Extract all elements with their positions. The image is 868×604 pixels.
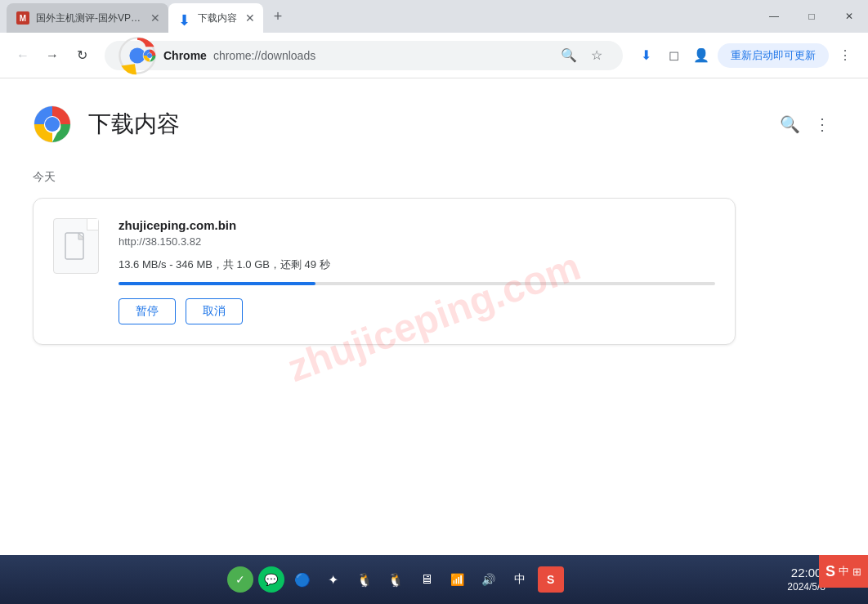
tab-2-label: 下载内容: [198, 11, 237, 25]
taskbar-icons: ✓ 💬 🔵 ✦ 🐧 🐧 🖥 📶 🔊 中 S: [10, 566, 781, 593]
download-url: http://38.150.3.82: [119, 235, 715, 248]
taskbar-penguin1-icon[interactable]: 🐧: [351, 566, 378, 593]
svg-text:M: M: [20, 14, 26, 23]
taskbar-lang-icon[interactable]: 中: [507, 566, 533, 593]
pause-button[interactable]: 暂停: [119, 298, 176, 324]
minimize-button[interactable]: —: [755, 0, 793, 33]
maximize-button[interactable]: □: [793, 0, 830, 33]
more-menu-icon[interactable]: ⋮: [832, 43, 858, 69]
progress-bar-fill: [119, 282, 315, 285]
taskbar-bluetooth-icon[interactable]: 🔵: [289, 566, 315, 593]
chrome-big-icon: [33, 105, 72, 144]
taskbar: S 中 ⊞ ✓ 💬 🔵 ✦ 🐧 🐧 🖥 📶 🔊: [0, 555, 868, 604]
sogou-s-icon: S: [825, 563, 835, 580]
taskbar-penguin2-icon[interactable]: 🐧: [383, 566, 409, 593]
window-controls: — □ ✕: [755, 0, 868, 33]
profile-icon[interactable]: 👤: [688, 43, 714, 69]
chrome-icon: [142, 48, 157, 63]
tab-1-close[interactable]: ✕: [149, 11, 162, 25]
cancel-button[interactable]: 取消: [186, 298, 243, 324]
bookmark-icon[interactable]: ☆: [584, 43, 610, 69]
page-content: zhujiceping.com 下载内容 🔍 ⋮ 今天: [0, 78, 868, 555]
file-icon: [53, 218, 99, 274]
page-header-right: 🔍 ⋮: [776, 111, 835, 137]
taskbar-check-icon[interactable]: ✓: [227, 566, 253, 593]
search-icon[interactable]: 🔍: [556, 43, 582, 69]
new-tab-button[interactable]: +: [266, 5, 289, 28]
file-svg-icon: [64, 231, 88, 261]
taskbar-dots-icon[interactable]: ✦: [320, 566, 347, 593]
page-header-left: 下载内容: [33, 105, 180, 144]
title-bar: M 国外主机测评-国外VPS、国... ✕ ⬇ 下载内容 ✕ + — □ ✕: [0, 0, 868, 33]
forward-button[interactable]: →: [39, 43, 65, 69]
tab-2-favicon: ⬇: [178, 11, 191, 25]
taskbar-volume-icon[interactable]: 🔊: [476, 566, 502, 593]
svg-point-8: [45, 117, 60, 132]
nav-bar: ← → ↻ Chrome chrome://downloads 🔍 ☆: [0, 33, 868, 78]
download-filename: zhujiceping.com.bin: [119, 218, 715, 232]
download-info: zhujiceping.com.bin http://38.150.3.82 1…: [119, 218, 715, 324]
page-header: 下载内容 🔍 ⋮: [33, 105, 835, 144]
taskbar-wifi-icon[interactable]: 📶: [445, 566, 471, 593]
progress-bar-container: [119, 282, 715, 285]
toolbar-icons: ⬇ ◻ 👤: [633, 43, 714, 69]
update-button[interactable]: 重新启动即可更新: [718, 43, 829, 68]
address-path: chrome://downloads: [213, 49, 315, 62]
tab-1-favicon: M: [16, 11, 29, 25]
section-date: 今天: [33, 170, 835, 185]
sogou-chinese-icon: 中: [839, 564, 849, 579]
tab-1[interactable]: M 国外主机测评-国外VPS、国... ✕: [7, 3, 168, 33]
download-icon[interactable]: ⬇: [633, 43, 659, 69]
sogou-badge[interactable]: S 中 ⊞: [819, 555, 868, 588]
download-card: zhujiceping.com.bin http://38.150.3.82 1…: [33, 198, 736, 345]
tab-1-label: 国外主机测评-国外VPS、国...: [36, 11, 142, 25]
page-search-icon[interactable]: 🔍: [776, 111, 803, 137]
tab-2-close[interactable]: ✕: [244, 11, 257, 25]
download-actions: 暂停 取消: [119, 298, 715, 324]
download-status: 13.6 MB/s - 346 MB，共 1.0 GB，还剩 49 秒: [119, 257, 715, 272]
extensions-icon[interactable]: ◻: [660, 43, 687, 69]
tab-2[interactable]: ⬇ 下载内容 ✕: [168, 3, 263, 33]
address-bar[interactable]: Chrome chrome://downloads 🔍 ☆: [105, 41, 623, 70]
svg-point-6: [147, 53, 152, 58]
address-domain: Chrome: [163, 49, 207, 62]
sogou-eng-icon: ⊞: [852, 566, 861, 578]
back-button[interactable]: ←: [10, 43, 36, 69]
page-more-icon[interactable]: ⋮: [809, 111, 835, 137]
close-button[interactable]: ✕: [830, 0, 868, 33]
reload-button[interactable]: ↻: [69, 43, 95, 69]
taskbar-wechat-icon[interactable]: 💬: [258, 566, 284, 593]
taskbar-sogou-icon[interactable]: S: [538, 566, 564, 593]
taskbar-monitor-icon[interactable]: 🖥: [414, 566, 440, 593]
page-title: 下载内容: [88, 109, 180, 140]
